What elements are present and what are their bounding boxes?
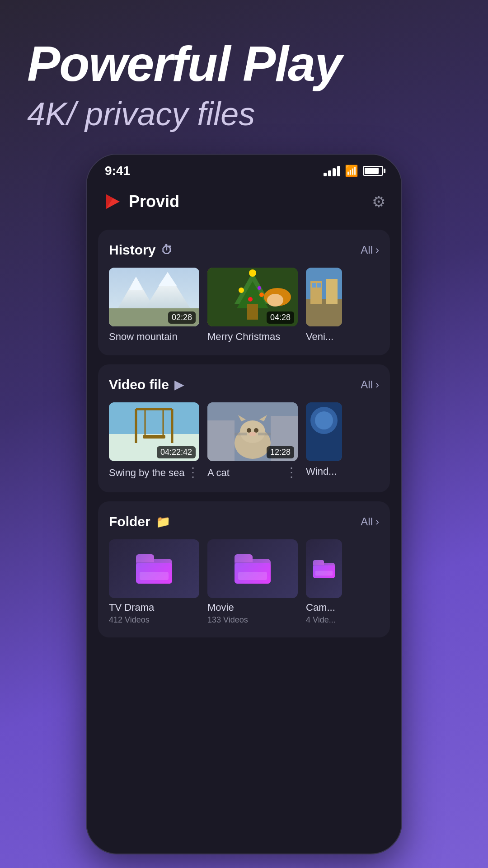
video-header: Video file ▶ All › [109, 377, 379, 392]
christmas-duration: 04:28 [267, 311, 294, 324]
christmas-label: Merry Christmas [207, 331, 298, 343]
folder-item-movie[interactable]: Movie 133 Videos [207, 539, 298, 625]
video-all-button[interactable]: All › [361, 378, 379, 391]
tv-drama-folder-thumb [109, 539, 199, 598]
history-all-button[interactable]: All › [361, 244, 379, 256]
history-title: History ⏱ [109, 242, 173, 258]
hero-subtitle: 4K/ privacy files [27, 95, 461, 132]
svg-point-18 [249, 269, 256, 277]
app-name: Provid [129, 192, 179, 211]
svg-point-40 [249, 432, 256, 436]
window-label: Wind... [306, 466, 342, 477]
history-label: History [109, 242, 155, 258]
history-item-christmas[interactable]: 04:28 Merry Christmas [207, 268, 298, 343]
movie-folder-thumb [207, 539, 298, 598]
svg-point-13 [248, 297, 253, 302]
svg-rect-23 [312, 283, 316, 288]
tv-drama-count: 412 Videos [109, 615, 199, 625]
history-item-snow[interactable]: 02:28 Snow mountain [109, 268, 199, 343]
camera-folder-thumb [306, 539, 342, 598]
folder-emoji-wrapper-1 [136, 554, 172, 584]
svg-point-38 [247, 428, 251, 433]
venice-label: Veni... [306, 331, 342, 343]
svg-rect-34 [207, 420, 235, 461]
snow-label: Snow mountain [109, 331, 199, 343]
chevron-right-icon: › [375, 244, 379, 256]
video-item-window[interactable]: Wind... [306, 402, 342, 480]
status-bar: 9:41 📶 [87, 155, 401, 183]
svg-point-12 [259, 292, 264, 297]
camera-folder-icon [313, 560, 335, 578]
settings-icon[interactable]: ⚙ [372, 193, 385, 211]
status-icons: 📶 [324, 165, 383, 177]
svg-rect-32 [143, 435, 165, 439]
svg-rect-24 [317, 283, 321, 288]
sea-more-button[interactable]: ⋮ [187, 465, 199, 480]
folder-label: Folder [109, 514, 150, 529]
video-item-sea[interactable]: 04:22:42 Swing by the sea ⋮ [109, 402, 199, 480]
folder-title: Folder 📁 [109, 514, 170, 529]
tv-drama-name: TV Drama [109, 602, 199, 613]
svg-point-14 [258, 286, 261, 290]
cat-duration: 12:28 [267, 446, 294, 458]
status-time: 9:41 [105, 164, 130, 178]
history-section: History ⏱ All › [98, 230, 390, 355]
hero-title: Powerful Play [27, 36, 461, 91]
folder-thumbnails: TV Drama 412 Videos Movie 13 [109, 539, 379, 625]
video-section: Video file ▶ All › [98, 364, 390, 492]
svg-point-11 [239, 288, 244, 293]
camera-name: Cam... [306, 602, 342, 613]
camera-count: 4 Vide... [306, 615, 342, 625]
sea-thumbnail: 04:22:42 [109, 402, 199, 461]
folder-item-tvdrama[interactable]: TV Drama 412 Videos [109, 539, 199, 625]
folder-emoji-wrapper-2 [235, 554, 271, 584]
venice-thumbnail [306, 268, 342, 326]
svg-point-39 [254, 428, 258, 433]
christmas-thumbnail: 04:28 [207, 268, 298, 326]
wifi-icon: 📶 [345, 165, 358, 177]
folder-all-button[interactable]: All › [361, 515, 379, 528]
cat-more-button[interactable]: ⋮ [285, 465, 298, 480]
app-logo-icon [103, 192, 122, 212]
battery-icon [363, 166, 383, 176]
snow-thumbnail: 02:28 [109, 268, 199, 326]
signal-icon [324, 166, 340, 176]
folder-item-camera[interactable]: Cam... 4 Vide... [306, 539, 342, 625]
video-label: Video file [109, 377, 169, 392]
app-logo: Provid [103, 192, 179, 212]
app-header: Provid ⚙ [87, 183, 401, 221]
cat-thumbnail: 12:28 [207, 402, 298, 461]
svg-point-49 [315, 411, 333, 429]
history-item-venice[interactable]: Veni... [306, 268, 342, 343]
history-header: History ⏱ All › [109, 242, 379, 258]
chevron-right-icon-2: › [375, 378, 379, 391]
folder-icon: 📁 [156, 515, 170, 529]
svg-rect-25 [109, 402, 199, 434]
chevron-right-icon-3: › [375, 515, 379, 528]
window-thumbnail [306, 402, 342, 461]
cat-label: A cat [207, 467, 230, 479]
movie-folder-icon [235, 554, 271, 584]
video-item-cat[interactable]: 12:28 A cat ⋮ [207, 402, 298, 480]
svg-rect-22 [326, 279, 338, 304]
movie-name: Movie [207, 602, 298, 613]
phone-mockup: 9:41 📶 Provid ⚙ Hi [86, 154, 402, 854]
snow-duration: 02:28 [168, 311, 196, 324]
video-thumbnails: 04:22:42 Swing by the sea ⋮ [109, 402, 379, 480]
history-icon: ⏱ [161, 243, 173, 257]
sea-label: Swing by the sea [109, 467, 185, 479]
movie-count: 133 Videos [207, 615, 298, 625]
play-icon: ▶ [174, 378, 183, 392]
sea-duration: 04:22:42 [157, 446, 196, 458]
history-thumbnails: 02:28 Snow mountain [109, 268, 379, 343]
tv-drama-folder-icon [136, 554, 172, 584]
svg-point-17 [267, 294, 283, 307]
video-title: Video file ▶ [109, 377, 183, 392]
folder-section: Folder 📁 All › [98, 501, 390, 637]
folder-header: Folder 📁 All › [109, 514, 379, 529]
svg-rect-15 [247, 304, 258, 320]
